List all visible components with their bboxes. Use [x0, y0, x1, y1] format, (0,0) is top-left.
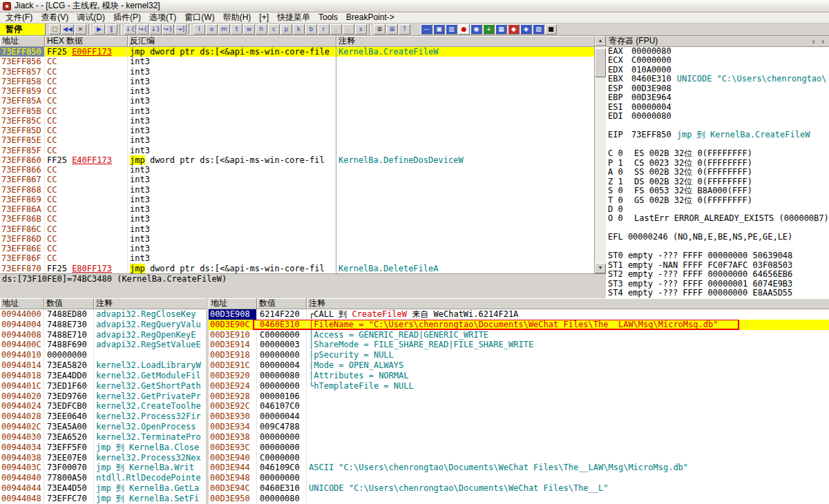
- view-windows-button[interactable]: w: [243, 24, 255, 35]
- run-icon[interactable]: ▶: [93, 24, 105, 35]
- register-line[interactable]: EDX010A0000: [608, 66, 829, 75]
- close-icon[interactable]: ×: [75, 24, 86, 35]
- stack-row[interactable]: 00D3E92800000106: [209, 391, 829, 402]
- view-executables-button[interactable]: e: [206, 24, 218, 35]
- disasm-row[interactable]: 73EFF857CCint3: [0, 67, 594, 77]
- stack-row[interactable]: 00D3E92C046107C0: [209, 401, 829, 411]
- stack-row[interactable]: 00D3E91800000000│pSecurity = NULL: [209, 350, 829, 360]
- view-source-button[interactable]: s: [355, 24, 367, 35]
- open-icon[interactable]: ▢: [49, 24, 61, 35]
- step-over-icon[interactable]: ↪{: [137, 24, 149, 35]
- disasm-row[interactable]: 73EFF856CCint3: [0, 57, 594, 66]
- stack-row[interactable]: 00D3E91C00000004│Mode = OPEN_ALWAYS: [209, 360, 829, 371]
- disassembly-scrollbar[interactable]: ▲ ▼: [595, 36, 606, 273]
- disasm-row[interactable]: 73EFF85FCCint3: [0, 146, 594, 155]
- menu-shortcut[interactable]: 快捷菜单: [273, 12, 314, 23]
- stack-row[interactable]: 00D3E90C0460E310│FileName = "C:\Users\ch…: [209, 320, 829, 330]
- stack-row[interactable]: 00D3E93800000000: [209, 432, 829, 443]
- registers-prev-icon[interactable]: ‹: [810, 37, 817, 46]
- stack-row[interactable]: 00D3E93C00000000: [209, 443, 829, 453]
- dump-row[interactable]: 0094401473EA5820kernel32.LoadLibraryW: [0, 360, 206, 371]
- plugin-icon-8[interactable]: ◆: [508, 24, 520, 35]
- plugin-icon-6[interactable]: +: [483, 24, 495, 35]
- view-references-button[interactable]: r: [318, 24, 330, 35]
- dump-row[interactable]: 0094402473EDFCB0kernel32.CreateToolhe: [0, 401, 206, 411]
- animate-into-icon[interactable]: ↓}: [149, 24, 161, 35]
- dump-row[interactable]: 0094404077800A50ntdll.RtlDecodePointe: [0, 473, 206, 483]
- dump-row[interactable]: 0094402C73EA5A00kernel32.OpenProcess: [0, 422, 206, 432]
- dump-row[interactable]: 0094403473EFF5F0jmp 到 KernelBa.Close: [0, 443, 206, 453]
- scrollbar-track[interactable]: [595, 77, 606, 263]
- stack-row[interactable]: 00D3E940C0000000: [209, 453, 829, 463]
- plugin-icon-7[interactable]: ▦: [495, 24, 507, 35]
- register-info-line[interactable]: ST3 empty -??? FFFF 00000001 6074E9B3: [608, 280, 829, 289]
- plugin-icon-9[interactable]: ◈: [520, 24, 532, 35]
- register-line[interactable]: ESP00D3E908: [608, 84, 829, 93]
- stack-row[interactable]: 00D3E944046109C0ASCII "C:\Users\chenrong…: [209, 463, 829, 473]
- menu-breakpoint[interactable]: BreakPoint->: [342, 12, 399, 23]
- dump-row[interactable]: 009440007488ED80advapi32.RegCloseKey: [0, 309, 206, 320]
- disasm-row[interactable]: 73EFF85ECCint3: [0, 135, 594, 145]
- scroll-up-icon[interactable]: ▲: [595, 36, 606, 46]
- scrollbar-thumb[interactable]: [595, 48, 606, 77]
- menu-debug[interactable]: 调试(D): [73, 12, 109, 23]
- disasm-row[interactable]: 73EFF86ECCint3: [0, 244, 594, 253]
- register-line[interactable]: ECXC0000000: [608, 56, 829, 65]
- register-line[interactable]: EAX00000080: [608, 47, 829, 56]
- plugin-icon-1[interactable]: —: [421, 24, 432, 35]
- register-info-line[interactable]: ST1 empty -NAN FFFF FC0F7AFC 03F08503: [608, 261, 829, 270]
- dump-row[interactable]: 0094400C7488F690advapi32.RegSetValueE: [0, 340, 206, 350]
- horizontal-splitter[interactable]: [0, 284, 606, 298]
- options-icon[interactable]: ≣: [374, 24, 385, 35]
- pause-icon[interactable]: ‖: [106, 24, 117, 35]
- disasm-row[interactable]: 73EFF85CCCint3: [0, 116, 594, 126]
- stack-row[interactable]: 00D3E92400000000└hTemplateFile = NULL: [209, 381, 829, 391]
- dump-row[interactable]: 0094403073EA6520kernel32.TerminatePro: [0, 432, 206, 443]
- menu-plus[interactable]: [+]: [255, 12, 273, 23]
- flag-line[interactable]: C 0ES 002B 32位 0(FFFFFFFF): [608, 149, 829, 158]
- registers-next-icon[interactable]: ›: [819, 37, 826, 46]
- view-runtrace-button[interactable]: .: [330, 24, 342, 35]
- flag-line[interactable]: T 0GS 002B 32位 0(FFFFFFFF): [608, 196, 829, 205]
- register-line[interactable]: EBP00D3E964: [608, 93, 829, 102]
- disasm-row[interactable]: 73EFF86DCCint3: [0, 234, 594, 244]
- view-breakpoints-button[interactable]: b: [305, 24, 317, 35]
- register-info-line[interactable]: EFL 00000246 (NO,NB,E,BE,NS,PE,GE,LE): [608, 233, 829, 242]
- plugin-icon-11[interactable]: ■: [545, 24, 557, 35]
- dump-row[interactable]: 0094403873EE07E0kernel32.Process32Nex: [0, 453, 206, 463]
- flag-line[interactable]: P 1CS 0023 32位 0(FFFFFFFF): [608, 159, 829, 168]
- stack-row[interactable]: 00D3E93000000044: [209, 411, 829, 422]
- menu-file[interactable]: 文件(F): [1, 12, 37, 23]
- disasm-row[interactable]: 73EFF860FF25 E40FF173jmp dword ptr ds:[<…: [0, 155, 594, 165]
- plugin-icon-3[interactable]: ▥: [446, 24, 457, 35]
- view-log-button[interactable]: l: [193, 24, 205, 35]
- dump-row[interactable]: 0094404473EA4D50jmp 到 KernelBa.GetLa: [0, 483, 206, 494]
- view-threads-button[interactable]: t: [231, 24, 242, 35]
- flag-line[interactable]: Z 1DS 002B 32位 0(FFFFFFFF): [608, 177, 829, 186]
- disasm-row[interactable]: 73EFF859CCint3: [0, 86, 594, 96]
- disasm-row[interactable]: 73EFF85ACCint3: [0, 96, 594, 106]
- plugin-icon-4[interactable]: ●: [458, 24, 470, 35]
- dump-row[interactable]: 0094401000000000: [0, 350, 206, 360]
- flag-line[interactable]: D 0: [608, 205, 829, 214]
- view-trace-button[interactable]: .: [343, 24, 354, 35]
- stack-row[interactable]: 00D3E9086214F220┌CALL 到 CreateFileW 来自 W…: [209, 309, 829, 320]
- menu-plugins[interactable]: 插件(P): [109, 12, 145, 23]
- stack-row[interactable]: 00D3E910C0000000│Access = GENERIC_READ|G…: [209, 330, 829, 340]
- register-line[interactable]: EBX0460E310UNICODE "C:\Users\chenrongtao…: [608, 75, 829, 84]
- view-cpu-button[interactable]: c: [268, 24, 280, 35]
- disasm-row[interactable]: 73EFF85BCCint3: [0, 106, 594, 116]
- stack-row[interactable]: 00D3E934009C4788: [209, 422, 829, 432]
- disasm-row[interactable]: 73EFF858CCint3: [0, 77, 594, 86]
- flag-line[interactable]: A 0SS 002B 32位 0(FFFFFFFF): [608, 168, 829, 177]
- restart-icon[interactable]: ◀◀: [61, 24, 74, 35]
- windows-list-icon[interactable]: ⊞: [386, 24, 398, 35]
- dump-row[interactable]: 0094402073ED9760kernel32.GetPrivatePr: [0, 391, 206, 402]
- menu-window[interactable]: 窗口(W): [180, 12, 218, 23]
- view-callstack-button[interactable]: k: [293, 24, 305, 35]
- disasm-row[interactable]: 73EFF850FF25 E00FF173jmp dword ptr ds:[<…: [0, 47, 594, 57]
- disasm-row[interactable]: 73EFF869CCint3: [0, 195, 594, 204]
- dump-row[interactable]: 009440087488E710advapi32.RegOpenKeyE: [0, 330, 206, 340]
- dump-row[interactable]: 0094403C73F00070jmp 到 KernelBa.Writ: [0, 463, 206, 473]
- disasm-row[interactable]: 73EFF86BCCint3: [0, 214, 594, 224]
